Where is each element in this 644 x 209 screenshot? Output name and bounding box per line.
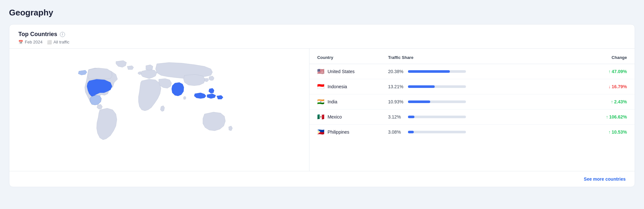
- change-arrow-icon: [611, 99, 613, 104]
- country-name: Philippines: [327, 129, 349, 135]
- geography-card: Top Countries i 📅 Feb 2024 ⬜ All traffic: [9, 24, 635, 187]
- th-traffic: Traffic Share: [388, 55, 575, 60]
- table-body: 🇺🇸 United States 20.38% 47.09% 🇮🇩 Indone…: [309, 64, 635, 139]
- traffic-pct: 3.12%: [388, 114, 405, 119]
- change-cell: 10.53%: [575, 129, 627, 135]
- calendar-icon: 📅: [18, 40, 23, 44]
- change-value: 2.43%: [614, 99, 627, 104]
- traffic-pct: 10.93%: [388, 99, 405, 104]
- main-content: Country Traffic Share Change 🇺🇸 United S…: [9, 49, 635, 171]
- country-cell: 🇲🇽 Mexico: [317, 114, 388, 120]
- bar-track: [408, 100, 466, 103]
- table-header: Country Traffic Share Change: [309, 51, 635, 64]
- card-footer: See more countries: [9, 171, 635, 187]
- table-row: 🇮🇳 India 10.93% 2.43%: [309, 94, 635, 109]
- change-cell: 47.09%: [575, 69, 627, 74]
- bar-fill: [408, 131, 414, 133]
- country-cell: 🇵🇭 Philippines: [317, 129, 388, 135]
- country-cell: 🇮🇩 Indonesia: [317, 84, 388, 90]
- table-row: 🇺🇸 United States 20.38% 47.09%: [309, 64, 635, 79]
- change-cell: 106.62%: [575, 114, 627, 119]
- th-change: Change: [575, 55, 627, 60]
- flag-icon: 🇲🇽: [317, 114, 324, 120]
- traffic-cell: 10.93%: [388, 99, 575, 104]
- country-name: India: [327, 99, 337, 104]
- traffic-cell: 20.38%: [388, 69, 575, 74]
- bar-track: [408, 70, 466, 73]
- bar-fill: [408, 100, 430, 103]
- change-value: 16.79%: [612, 84, 627, 89]
- bar-fill: [408, 116, 414, 118]
- flag-icon: 🇮🇩: [317, 84, 324, 90]
- card-title: Top Countries: [18, 31, 57, 38]
- table-row: 🇮🇩 Indonesia 13.21% 16.79%: [309, 79, 635, 94]
- th-country: Country: [317, 55, 388, 60]
- table-section: Country Traffic Share Change 🇺🇸 United S…: [309, 49, 635, 171]
- change-value: 47.09%: [612, 69, 627, 74]
- see-more-countries-button[interactable]: See more countries: [584, 176, 626, 182]
- change-arrow-icon: [609, 84, 611, 89]
- date-label: Feb 2024: [25, 40, 43, 44]
- bar-track: [408, 116, 466, 118]
- traffic-cell: 3.12%: [388, 114, 575, 119]
- country-cell: 🇮🇳 India: [317, 99, 388, 105]
- country-cell: 🇺🇸 United States: [317, 69, 388, 74]
- bar-track: [408, 85, 466, 88]
- flag-icon: 🇵🇭: [317, 129, 324, 135]
- traffic-pct: 3.08%: [388, 129, 405, 135]
- bar-track: [408, 131, 466, 133]
- flag-icon: 🇮🇳: [317, 99, 324, 105]
- change-value: 106.62%: [609, 114, 627, 119]
- map-section: [9, 49, 309, 171]
- country-name: United States: [327, 69, 355, 74]
- country-name: Indonesia: [327, 84, 347, 89]
- traffic-pct: 13.21%: [388, 84, 405, 89]
- traffic-label: All traffic: [53, 40, 70, 44]
- traffic-cell: 3.08%: [388, 129, 575, 135]
- change-arrow-icon: [609, 129, 611, 135]
- change-arrow-icon: [606, 114, 608, 119]
- world-map: [69, 57, 250, 163]
- change-arrow-icon: [609, 69, 611, 74]
- table-row: 🇵🇭 Philippines 3.08% 10.53%: [309, 125, 635, 139]
- flag-icon: 🇺🇸: [317, 69, 324, 74]
- bar-fill: [408, 70, 450, 73]
- info-icon[interactable]: i: [60, 32, 65, 37]
- table-row: 🇲🇽 Mexico 3.12% 106.62%: [309, 109, 635, 125]
- country-name: Mexico: [327, 114, 342, 119]
- card-meta: 📅 Feb 2024 ⬜ All traffic: [18, 40, 626, 44]
- page-title: Geography: [9, 8, 635, 18]
- traffic-pct: 20.38%: [388, 69, 405, 74]
- bar-fill: [408, 85, 435, 88]
- change-value: 10.53%: [612, 129, 627, 135]
- traffic-cell: 13.21%: [388, 84, 575, 89]
- traffic-icon: ⬜: [47, 40, 52, 44]
- change-cell: 16.79%: [575, 84, 627, 89]
- change-cell: 2.43%: [575, 99, 627, 104]
- card-header: Top Countries i 📅 Feb 2024 ⬜ All traffic: [9, 24, 635, 48]
